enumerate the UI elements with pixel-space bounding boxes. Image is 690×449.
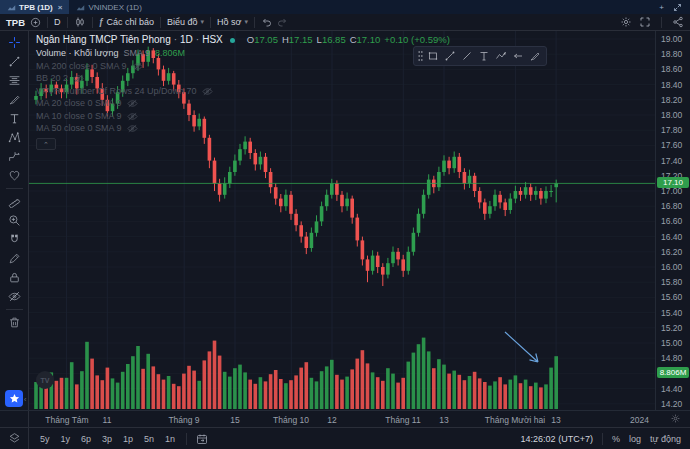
legend-interval: 1D <box>180 35 193 45</box>
arrow-tool-icon[interactable] <box>510 48 526 64</box>
charting-app: TPB (1D) × VNINDEX (1D) + TPB D ƒ Các ch… <box>0 0 690 449</box>
range-button-1y[interactable]: 1y <box>61 434 71 444</box>
bottom-toolbar: 5y1y6p3p1p5n1n 14:26:02 (UTC+7) % log tự… <box>0 427 690 449</box>
eye-hidden-icon[interactable] <box>202 87 213 96</box>
hide-drawings-icon[interactable] <box>8 290 21 303</box>
object-tree-button[interactable] <box>0 428 29 449</box>
price-tick: 15.80 <box>656 277 690 287</box>
indicator-row[interactable]: VPVR Number Of Rows 24 Up/Down 70 <box>36 87 450 96</box>
line-tool-icon[interactable] <box>459 48 475 64</box>
stay-in-drawing-mode-icon[interactable] <box>8 252 21 265</box>
favorite-tools-palette <box>413 46 547 66</box>
tab-vnindex[interactable]: VNINDEX (1D) <box>69 0 148 14</box>
price-tick: 16.40 <box>656 232 690 242</box>
eye-hidden-icon[interactable] <box>132 62 143 71</box>
time-tick: 15 <box>230 415 239 425</box>
drawn-arrow-annotation[interactable] <box>505 332 538 362</box>
xabcd-pattern-tool-icon[interactable] <box>8 131 21 144</box>
compare-add-icon[interactable] <box>30 17 41 28</box>
price-tick: 14.80 <box>656 353 690 363</box>
auto-scale-toggle[interactable]: tự động <box>650 434 681 444</box>
go-to-date-icon[interactable] <box>196 433 208 445</box>
price-axis[interactable]: 19.0018.8018.6018.4018.2018.0017.8017.60… <box>655 31 690 410</box>
magnet-tool-icon[interactable] <box>8 233 21 246</box>
crosshair-tool-icon[interactable] <box>8 36 21 49</box>
bottom-right-controls: 14:26:02 (UTC+7) % log tự động <box>521 433 690 445</box>
trend-line-tool-icon[interactable] <box>442 48 458 64</box>
brush-tool-icon[interactable] <box>527 48 543 64</box>
emoji-heart-tool-icon[interactable] <box>8 169 21 182</box>
brush-tool-icon[interactable] <box>8 93 21 106</box>
text-tool-icon[interactable] <box>8 112 21 125</box>
indicators-button[interactable]: ƒ Các chỉ báo <box>99 17 155 27</box>
price-tick: 18.80 <box>656 49 690 59</box>
price-tick: 19.00 <box>656 34 690 44</box>
remove-drawings-trash-icon[interactable] <box>8 316 21 329</box>
chart-pane[interactable]: TV Ngân Hàng TMCP Tiên Phong · 1D · HSX … <box>29 31 655 410</box>
divider <box>210 17 211 28</box>
tab-label: VNINDEX (1D) <box>88 3 141 12</box>
axis-settings-gear-icon[interactable] <box>670 413 681 424</box>
range-button-1p[interactable]: 1p <box>123 434 133 444</box>
eye-hidden-icon[interactable] <box>127 124 138 133</box>
close-tab-icon[interactable]: × <box>58 3 63 12</box>
volume-legend-row[interactable]: Volume · Khối lượng SMA 9 8.806M <box>36 49 450 58</box>
tradingview-logo: TV <box>41 377 50 384</box>
chart-layout-menu[interactable]: Biểu đồ ▾ <box>167 17 204 27</box>
percent-scale-toggle[interactable]: % <box>612 434 620 444</box>
trend-line-tool-icon[interactable] <box>8 55 21 68</box>
zoom-in-tool-icon[interactable] <box>8 214 21 227</box>
indicator-label: MA 50 close 0 SMA 9 <box>36 124 122 133</box>
indicator-row[interactable]: MA 50 close 0 SMA 9 <box>36 124 450 133</box>
symbol-legend-row[interactable]: Ngân Hàng TMCP Tiên Phong · 1D · HSX O17… <box>36 35 450 45</box>
favorite-drawings-button[interactable] <box>5 390 23 407</box>
measure-ruler-tool-icon[interactable] <box>8 195 21 208</box>
tab-tpb[interactable]: TPB (1D) × <box>0 0 69 14</box>
text-tool-icon[interactable] <box>476 48 492 64</box>
indicator-row[interactable]: MA 20 close 0 SMA 9 <box>36 99 450 108</box>
market-open-dot <box>230 38 235 43</box>
indicator-row[interactable]: MA 200 close 0 SMA 9 <box>36 62 450 71</box>
legend-collapse-button[interactable]: ⌃ <box>36 138 56 150</box>
interval-button[interactable]: D <box>54 17 61 27</box>
undo-icon[interactable] <box>261 16 273 28</box>
lock-drawings-icon[interactable] <box>8 271 21 284</box>
indicator-label: MA 20 close 0 SMA 9 <box>36 99 122 108</box>
range-button-5y[interactable]: 5y <box>40 434 50 444</box>
time-axis[interactable]: Tháng Tám11Tháng 915Tháng 1012Tháng 1113… <box>0 410 690 427</box>
indicator-label: VPVR Number Of Rows 24 Up/Down 70 <box>36 87 197 96</box>
symbol-button[interactable]: TPB <box>6 17 25 28</box>
clock[interactable]: 14:26:02 (UTC+7) <box>521 434 593 444</box>
log-scale-toggle[interactable]: log <box>629 434 641 444</box>
last-price-label: 17.10 <box>657 177 689 188</box>
popup-window-icon[interactable] <box>673 3 682 12</box>
price-tick: 17.60 <box>656 140 690 150</box>
eye-hidden-icon[interactable] <box>73 74 84 83</box>
settings-gear-icon[interactable] <box>620 16 632 28</box>
profile-menu[interactable]: Hồ sơ ▾ <box>217 17 248 27</box>
rectangle-tool-icon[interactable] <box>425 48 441 64</box>
path-tool-icon[interactable] <box>493 48 509 64</box>
indicator-row[interactable]: MA 10 close 0 SMA 9 <box>36 112 450 121</box>
add-tab-icon[interactable]: + <box>659 3 664 12</box>
range-button-5n[interactable]: 5n <box>144 434 154 444</box>
eye-hidden-icon[interactable] <box>127 112 138 121</box>
range-button-1n[interactable]: 1n <box>165 434 175 444</box>
axis-left-pad <box>0 411 29 427</box>
fullscreen-icon[interactable] <box>639 16 651 28</box>
candlestick-style-icon[interactable] <box>74 16 86 28</box>
share-snapshot-icon[interactable] <box>672 16 684 28</box>
collapse-favorites-icon[interactable]: ‹ <box>24 396 26 403</box>
range-button-6p[interactable]: 6p <box>81 434 91 444</box>
price-tick: 18.40 <box>656 80 690 90</box>
indicator-row[interactable]: BB 20 2 <box>36 74 450 83</box>
time-tick: Tháng 10 <box>273 415 309 425</box>
drag-handle-icon[interactable] <box>417 50 424 62</box>
price-tick: 14.40 <box>656 384 690 394</box>
range-button-3p[interactable]: 3p <box>102 434 112 444</box>
forecast-position-tool-icon[interactable] <box>8 150 21 163</box>
redo-icon[interactable] <box>276 16 288 28</box>
legend-exchange: HSX <box>202 35 223 45</box>
fib-retracement-tool-icon[interactable] <box>8 74 21 87</box>
eye-hidden-icon[interactable] <box>127 99 138 108</box>
